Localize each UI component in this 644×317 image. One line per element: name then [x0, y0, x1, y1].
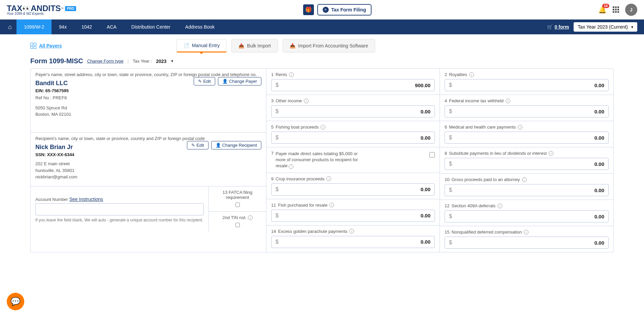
info-icon[interactable]: i [349, 229, 354, 234]
dollar-icon: $ [449, 108, 452, 114]
person-icon: 👤 [216, 143, 221, 148]
payer-address-2: Boston, MA 02101 [35, 111, 261, 118]
box-4-input[interactable] [452, 109, 604, 114]
cart-button[interactable]: 🛒 0 form [547, 24, 569, 30]
box-9-input[interactable] [279, 186, 430, 192]
home-button[interactable]: ⌂ [3, 24, 17, 31]
account-number-input[interactable] [35, 203, 204, 215]
info-icon[interactable]: i [289, 72, 294, 77]
info-icon[interactable]: i [522, 177, 527, 182]
recipient-address-1: 202 E main street [35, 161, 261, 167]
person-icon: 👤 [222, 79, 228, 84]
see-instructions-link[interactable]: See Instructions [69, 197, 103, 202]
tax-year-value: Tax Year 2023 (Current) [578, 24, 628, 30]
box-11-label: Fish purchased for resale [278, 203, 327, 208]
dollar-icon: $ [276, 82, 279, 88]
logo-tm: ™ [61, 7, 64, 10]
recipient-email: nickbrian@gmail.com [35, 174, 261, 180]
form-title: Form 1099-MISC [30, 57, 83, 65]
info-icon[interactable]: i [497, 204, 502, 208]
box-7-checkbox[interactable] [429, 152, 435, 157]
info-icon[interactable]: i [289, 164, 293, 169]
box-8-label: Substitute payments in lieu of dividends… [449, 151, 547, 156]
box-11-input[interactable] [279, 213, 430, 218]
box-6-cell: 6 Medical and health care payments i $ [440, 121, 613, 147]
payer-address-1: 5050 Spruce Rd [35, 105, 261, 111]
box-12-label: Section 409A deferrals [451, 203, 495, 208]
box-15-cell: 15 Nonqualified deferred compensation i … [440, 226, 613, 252]
payer-ein: EIN: 65-7567595 [35, 88, 261, 93]
edit-recipient-button[interactable]: ✎ Edit [187, 141, 208, 149]
info-icon[interactable]: i [304, 99, 309, 103]
box-2-input[interactable] [452, 82, 604, 88]
edit-payer-button[interactable]: ✎ Edit [194, 77, 215, 85]
info-icon[interactable]: i [248, 215, 253, 220]
apps-menu-button[interactable] [613, 6, 619, 13]
tab-import-accounting[interactable]: 📥 Import From Accounting Software [283, 39, 375, 52]
tax-form-label: Tax Form Filing [331, 7, 366, 12]
tax-form-filing-button[interactable]: ≡ Tax Form Filing [317, 4, 372, 15]
info-icon[interactable]: i [469, 72, 474, 77]
box-7-label: Payer made direct sales totaling $5,000 … [276, 151, 358, 168]
dollar-icon: $ [449, 240, 452, 246]
nav-tab-aca[interactable]: ACA [99, 20, 124, 34]
box-5-input[interactable] [279, 135, 430, 141]
nav-tab-1099-w2[interactable]: 1099/W-2 [17, 20, 52, 34]
tab-bulk-import[interactable]: 📤 Bulk Import [231, 39, 278, 52]
box-2-cell: 2 Royalties i $ [440, 69, 613, 95]
box-3-cell: 3 Other income i $ [266, 95, 440, 121]
logo-eyes-icon: 👀 [22, 4, 31, 12]
notification-count: 14 [602, 4, 609, 8]
info-icon[interactable]: i [518, 125, 522, 130]
cart-icon: 🛒 [547, 24, 553, 30]
dollar-icon: $ [449, 187, 452, 193]
box-6-label: Medical and health care payments [449, 125, 516, 130]
nav-tab-address-book[interactable]: Address Book [178, 20, 222, 34]
info-icon[interactable]: i [506, 99, 510, 103]
info-icon[interactable]: i [326, 176, 331, 181]
box-14-cell: 14 Excess golden parachute payments i $ [266, 225, 440, 251]
dollar-icon: $ [276, 239, 279, 245]
tax-year-select[interactable]: Tax Year 2023 (Current) [574, 22, 637, 32]
nav-tab-94x[interactable]: 94x [52, 20, 74, 34]
logo[interactable]: TAX 👀 ANDITS ™ PRO Your 1099 & W2 Expert… [7, 4, 76, 15]
pencil-icon: ✎ [198, 79, 202, 84]
box-14-label: Excess golden parachute payments [278, 229, 347, 234]
change-form-type-link[interactable]: Change Form type [87, 59, 124, 64]
info-icon[interactable]: i [321, 125, 325, 130]
chevron-down-icon[interactable]: ▼ [170, 59, 174, 63]
info-icon[interactable]: i [549, 151, 553, 156]
box-15-input[interactable] [452, 240, 604, 246]
form-circle-icon: ≡ [323, 7, 329, 13]
info-icon[interactable]: i [524, 230, 528, 235]
logo-tagline: Your 1099 & W2 Experts [7, 12, 76, 15]
dollar-icon: $ [276, 213, 279, 219]
box-10-cell: 10 Gross proceeds paid to an attorney i … [440, 174, 613, 200]
pencil-icon: ✎ [191, 143, 195, 148]
box-6-input[interactable] [452, 135, 604, 141]
fatca-checkbox[interactable] [235, 203, 240, 207]
notifications-button[interactable]: 🔔 14 [598, 6, 607, 14]
tab-manual-entry[interactable]: 📄 Manual Entry [176, 39, 227, 52]
box-14-input[interactable] [279, 239, 430, 245]
all-payers-link[interactable]: All Payers [30, 43, 62, 49]
dollar-icon: $ [276, 135, 279, 141]
gift-button[interactable]: 🎁 [303, 4, 314, 15]
nav-tab-1042[interactable]: 1042 [74, 20, 99, 34]
box-12-input[interactable] [452, 214, 604, 219]
change-recipient-button[interactable]: 👤 Change Recipient [211, 141, 261, 149]
box-10-input[interactable] [452, 187, 604, 193]
info-icon[interactable]: i [329, 203, 334, 207]
user-avatar[interactable]: J [625, 4, 637, 16]
nav-tab-distribution[interactable]: Distribution Center [124, 20, 178, 34]
second-tin-checkbox[interactable] [235, 223, 240, 227]
box-3-input[interactable] [279, 109, 430, 114]
grid-icon [30, 43, 36, 49]
dollar-icon: $ [449, 135, 452, 141]
box-9-cell: 9 Crop insurance proceeds i $ [266, 173, 440, 199]
change-payer-button[interactable]: 👤 Change Payer [218, 77, 261, 85]
payer-ref: Ref No : PREF8 [35, 95, 261, 101]
box-8-input[interactable] [452, 161, 604, 167]
dollar-icon: $ [449, 161, 452, 167]
box-1-input[interactable] [279, 82, 430, 88]
